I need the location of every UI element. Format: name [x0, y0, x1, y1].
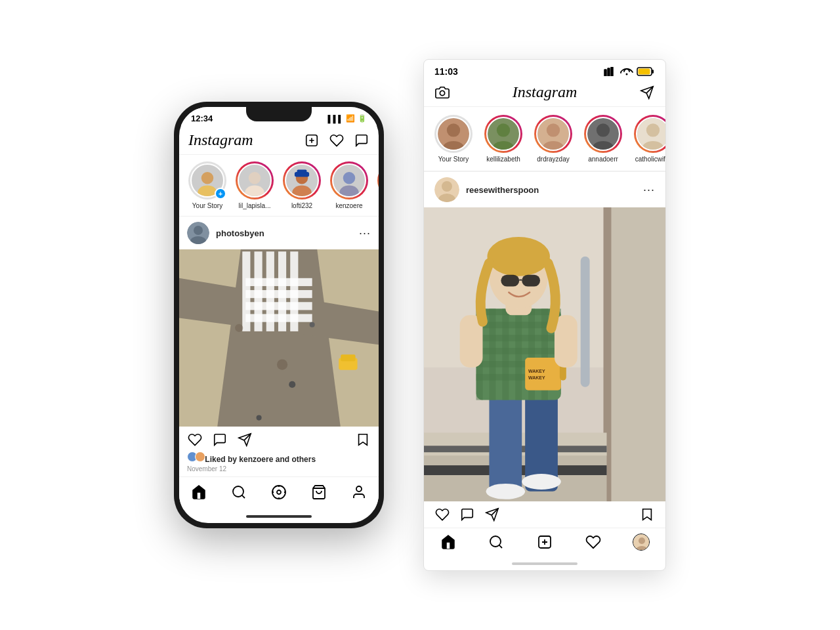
nav-search-button-dark[interactable] — [229, 482, 249, 502]
home-bar-dark — [246, 515, 312, 518]
send-button-flat[interactable] — [639, 85, 655, 100]
time-dark: 12:34 — [191, 114, 213, 123]
svg-point-62 — [447, 123, 460, 136]
home-bar-flat — [512, 562, 578, 565]
nav-home-button-flat[interactable] — [438, 532, 458, 552]
svg-rect-27 — [255, 251, 262, 331]
svg-rect-102 — [515, 308, 522, 400]
svg-text:WAKEY: WAKEY — [528, 375, 545, 380]
story-your-story-dark[interactable]: + Your Story — [188, 161, 226, 209]
svg-point-71 — [597, 123, 610, 136]
save-button-flat[interactable] — [639, 507, 655, 522]
story-1-flat[interactable]: kellilizabeth — [484, 115, 522, 163]
story3-ring — [330, 161, 368, 200]
svg-point-126 — [639, 537, 645, 544]
post-avatar-flat — [434, 177, 459, 202]
story3-wrap — [330, 161, 368, 200]
your-story-avatar-flat — [436, 117, 471, 151]
svg-rect-56 — [652, 70, 654, 74]
home-indicator-dark — [179, 510, 379, 523]
your-story-avatar-wrap: + — [188, 161, 226, 200]
notifications-button[interactable] — [329, 133, 345, 148]
story-2-dark[interactable]: lofti232 — [283, 161, 321, 209]
nav-profile-button-dark[interactable] — [349, 482, 369, 502]
story-3-flat[interactable]: annadoerr — [584, 115, 622, 163]
svg-point-58 — [440, 91, 444, 95]
story-1-dark[interactable]: lil_lapisla... — [236, 161, 274, 209]
status-icons-flat — [604, 67, 655, 76]
story3-label-dark: kenzoere — [335, 202, 362, 209]
story2-label-dark: lofti232 — [291, 202, 312, 209]
post-image-dark — [179, 249, 379, 427]
post-more-button-dark[interactable]: ··· — [359, 226, 371, 240]
your-story-label-dark: Your Story — [192, 202, 222, 209]
nav-shop-button-dark[interactable] — [309, 482, 329, 502]
story1-avatar — [238, 163, 272, 198]
story3-avatar-flat — [586, 117, 620, 151]
post-user-flat: reesewitherspoon — [434, 177, 539, 202]
svg-point-54 — [626, 74, 628, 75]
nav-reels-button-dark[interactable] — [269, 482, 289, 502]
nav-profile-button-flat[interactable] — [631, 532, 651, 552]
story2-wrap — [283, 161, 321, 200]
story2-wrap-flat — [534, 115, 572, 153]
like-button-dark[interactable] — [187, 432, 203, 448]
nav-add-button-flat[interactable] — [535, 532, 555, 552]
share-button-dark[interactable] — [237, 432, 253, 448]
svg-point-44 — [277, 490, 281, 494]
story2-avatar-flat — [536, 117, 570, 151]
post-actions-bar-dark — [179, 427, 379, 450]
nav-search-button-flat[interactable] — [486, 532, 506, 552]
post-username-dark: photosbyen — [216, 228, 264, 238]
battery-icon: 🔋 — [358, 114, 367, 123]
svg-line-42 — [242, 495, 245, 498]
liked-others: and others — [273, 455, 316, 464]
story4-avatar-flat — [636, 117, 665, 151]
post-dark: photosbyen ··· — [179, 217, 379, 476]
story-2-flat[interactable]: drdrayzday — [534, 115, 572, 163]
save-button-dark[interactable] — [355, 432, 371, 448]
svg-point-68 — [547, 123, 560, 136]
nav-heart-button-flat[interactable] — [583, 532, 603, 552]
status-icons-dark: ▌▌▌ 📶 🔋 — [328, 114, 367, 123]
story-your-story-flat[interactable]: Your Story — [434, 115, 472, 163]
add-post-button[interactable] — [304, 133, 320, 148]
story4-ring-flat — [634, 115, 665, 153]
story3-label-flat: annadoerr — [588, 156, 618, 163]
home-indicator-flat — [424, 557, 665, 570]
svg-marker-40 — [359, 434, 368, 446]
nav-home-button-dark[interactable] — [189, 482, 209, 502]
messenger-button[interactable] — [354, 133, 369, 148]
story-4-flat[interactable]: catholicwif... — [634, 115, 665, 163]
svg-rect-32 — [341, 354, 355, 361]
story4-wrap-flat — [634, 115, 665, 153]
camera-button-flat[interactable] — [434, 85, 450, 100]
comment-button-dark[interactable] — [212, 432, 228, 448]
svg-point-90 — [486, 484, 525, 499]
post-image-flat: WAKEY WAKEY — [424, 207, 665, 501]
story1-avatar-flat — [486, 117, 520, 151]
story1-ring-flat — [484, 115, 522, 153]
story-add-button[interactable]: + — [215, 188, 226, 200]
time-flat: 11:03 — [434, 66, 458, 77]
svg-point-65 — [497, 123, 510, 136]
svg-rect-110 — [555, 315, 578, 368]
svg-point-43 — [272, 486, 285, 499]
svg-point-50 — [356, 486, 362, 492]
liked-user: kenzoere — [239, 455, 273, 464]
svg-rect-100 — [489, 308, 495, 400]
svg-point-12 — [339, 185, 359, 198]
post-user-dark: photosbyen — [187, 222, 264, 244]
story-4-dark[interactable]: photo... — [377, 161, 379, 209]
svg-point-77 — [442, 181, 452, 192]
post-actions-left-flat — [434, 507, 500, 522]
comment-button-flat[interactable] — [459, 507, 475, 522]
svg-rect-29 — [278, 251, 286, 331]
story-3-dark[interactable]: kenzoere — [330, 161, 368, 209]
svg-rect-30 — [290, 251, 298, 331]
like-button-flat[interactable] — [434, 507, 450, 522]
share-button-flat[interactable] — [484, 507, 500, 522]
post-more-button-flat[interactable]: ··· — [643, 183, 655, 197]
svg-point-113 — [487, 237, 549, 276]
svg-rect-101 — [502, 308, 509, 400]
